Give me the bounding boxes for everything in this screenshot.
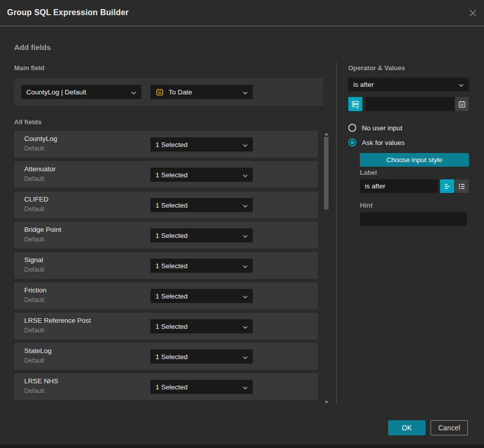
field-default-label: Default (24, 236, 44, 243)
chevron-down-icon (243, 262, 248, 270)
add-fields-heading: Add fields (14, 43, 51, 52)
chevron-down-icon (243, 323, 248, 330)
field-name: StateLog (24, 347, 51, 355)
chevron-down-icon (459, 81, 464, 88)
align-left-lines-icon (443, 182, 452, 191)
main-field-date-value: To Date (169, 88, 192, 96)
chevron-down-icon (243, 88, 248, 96)
field-selected-value: 1 Selected (155, 383, 188, 391)
field-default-label: Default (24, 266, 44, 273)
calendar-icon (155, 88, 164, 96)
chevron-down-icon (131, 88, 136, 96)
cancel-button[interactable]: Cancel (431, 420, 468, 435)
dialog-title: Group SQL Expression Builder (7, 8, 129, 17)
field-row: Friction Default 1 Selected (14, 282, 318, 309)
hint-input[interactable] (360, 212, 467, 226)
field-default-label: Default (24, 357, 44, 364)
field-default-label: Default (24, 145, 44, 152)
field-selected-value: 1 Selected (155, 202, 188, 209)
field-selected-value: 1 Selected (155, 292, 188, 300)
field-selected-dropdown[interactable]: 1 Selected (150, 350, 253, 364)
main-field-label: Main field (14, 64, 44, 72)
field-name: LRSE Reference Post (24, 317, 91, 324)
field-selected-value: 1 Selected (155, 323, 188, 330)
value-input[interactable] (365, 97, 455, 111)
field-row: LRSE NHS Default 1 Selected (14, 373, 318, 400)
unique-values-button[interactable] (348, 97, 362, 111)
chevron-down-icon (243, 232, 248, 239)
operator-select-value: is after (353, 81, 374, 88)
radio-no-user-input[interactable]: No user input (348, 124, 402, 132)
field-row: CountyLog Default 1 Selected (14, 131, 318, 158)
field-selected-value: 1 Selected (155, 141, 188, 148)
radio-no-user-input-label: No user input (362, 124, 402, 132)
field-row: CLIFED Default 1 Selected (14, 191, 318, 218)
scrollbar-down-arrow[interactable] (325, 401, 329, 404)
field-name: Bridge Point (24, 226, 62, 233)
scrollbar-thumb[interactable] (324, 137, 329, 210)
hint-field-label: Hint (360, 202, 372, 209)
field-default-label: Default (24, 327, 44, 334)
field-selected-dropdown[interactable]: 1 Selected (150, 259, 253, 273)
field-name: Attenuator (24, 165, 56, 173)
field-selected-dropdown[interactable]: 1 Selected (150, 198, 253, 212)
ok-button[interactable]: OK (388, 420, 425, 435)
date-picker-button[interactable] (455, 97, 469, 111)
chevron-down-icon (243, 292, 248, 300)
field-default-label: Default (24, 206, 44, 213)
field-selected-value: 1 Selected (155, 353, 188, 361)
choose-input-style-button[interactable]: Choose input style (360, 153, 469, 167)
main-field-select-value: CountyLog | Default (26, 88, 86, 96)
field-name: LRSE NHS (24, 377, 59, 385)
dialog-header: Group SQL Expression Builder (0, 0, 484, 26)
field-name: CLIFED (24, 195, 48, 203)
group-sql-expression-builder-dialog: Group SQL Expression Builder Add fields … (0, 0, 484, 444)
field-row: LRSE Reference Post Default 1 Selected (14, 313, 318, 339)
stacked-rows-icon (351, 99, 360, 109)
main-field-select[interactable]: CountyLog | Default (21, 85, 141, 99)
bullet-list-icon (457, 182, 466, 191)
field-default-label: Default (24, 175, 44, 182)
field-selected-dropdown[interactable]: 1 Selected (150, 168, 253, 182)
radio-ask-for-values[interactable]: Ask for values (348, 138, 405, 146)
field-selected-value: 1 Selected (155, 262, 188, 270)
field-row: Attenuator Default 1 Selected (14, 161, 318, 188)
single-value-style-button[interactable] (440, 179, 454, 193)
field-selected-dropdown[interactable]: 1 Selected (150, 319, 253, 333)
radio-unselected-icon (348, 124, 356, 132)
field-selected-dropdown[interactable]: 1 Selected (150, 137, 253, 152)
field-selected-dropdown[interactable]: 1 Selected (150, 228, 253, 242)
main-field-panel: CountyLog | Default To Date (14, 78, 323, 106)
field-default-label: Default (24, 387, 44, 394)
field-name: CountyLog (24, 135, 57, 142)
field-selected-value: 1 Selected (155, 232, 188, 239)
radio-selected-icon (348, 138, 356, 146)
chevron-down-icon (243, 353, 248, 361)
panel-divider (336, 62, 337, 405)
field-row: StateLog Default 1 Selected (14, 343, 318, 370)
field-name: Friction (24, 286, 46, 294)
main-field-date-select[interactable]: To Date (150, 85, 253, 99)
close-icon[interactable] (468, 8, 478, 18)
chevron-down-icon (243, 171, 248, 179)
list-style-button[interactable] (455, 179, 469, 193)
field-selected-dropdown[interactable]: 1 Selected (150, 380, 253, 394)
label-input[interactable] (360, 179, 438, 193)
label-field-label: Label (360, 169, 377, 176)
calendar-icon (458, 100, 466, 109)
chevron-down-icon (243, 141, 248, 148)
dialog-bottom-edge (0, 444, 484, 448)
operator-select[interactable]: is after (348, 78, 469, 91)
field-default-label: Default (24, 296, 44, 304)
field-selected-value: 1 Selected (155, 171, 188, 179)
chevron-down-icon (243, 383, 248, 391)
chevron-down-icon (243, 202, 248, 209)
field-name: Signal (24, 256, 43, 264)
scrollbar-up-arrow[interactable] (325, 133, 329, 135)
all-fields-label: All fields (14, 118, 41, 126)
operator-values-heading: Operator & Values (348, 64, 405, 72)
field-row: Bridge Point Default 1 Selected (14, 222, 318, 248)
field-row: Signal Default 1 Selected (14, 252, 318, 279)
radio-ask-for-values-label: Ask for values (362, 139, 405, 146)
field-selected-dropdown[interactable]: 1 Selected (150, 289, 253, 303)
